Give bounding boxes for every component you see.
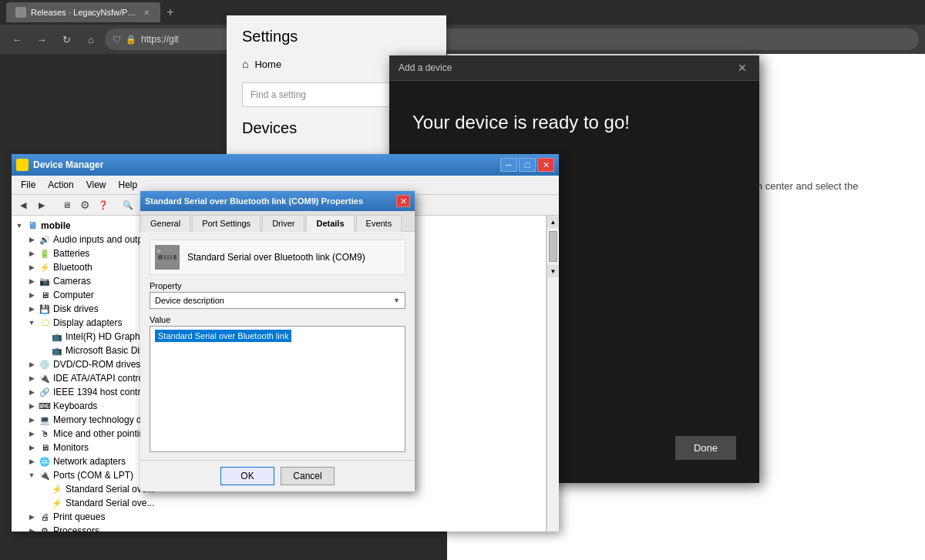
browser-tab-active[interactable]: Releases · LegacyNsfw/PcmHa... ✕ (6, 2, 160, 22)
tree-icon-computer: 🖥 (39, 289, 51, 301)
toolbar-sep (52, 196, 56, 213)
add-device-close-button[interactable]: ✕ (735, 60, 750, 75)
toolbar-computer[interactable]: 🖥 (58, 196, 75, 213)
tree-icon-print: 🖨 (39, 511, 51, 523)
scroll-up-button[interactable]: ▲ (547, 216, 559, 228)
tree-label-keyboards: Keyboards (53, 401, 97, 411)
property-dropdown[interactable]: Device description ▼ (150, 292, 405, 309)
tab-events[interactable]: Events (356, 215, 402, 232)
properties-close-button[interactable]: ✕ (396, 195, 410, 207)
value-box[interactable]: Standard Serial over Bluetooth link (150, 326, 405, 452)
device-manager-scrollbar[interactable]: ▲ ▼ (547, 216, 559, 531)
svg-rect-2 (164, 255, 166, 260)
property-dropdown-value: Device description (155, 296, 224, 305)
minimize-button[interactable]: ─ (500, 158, 517, 172)
properties-dialog-title: Standard Serial over Bluetooth link (COM… (145, 196, 363, 206)
find-setting-placeholder: Find a setting (251, 89, 306, 100)
device-header: Standard Serial over Bluetooth link (COM… (150, 240, 405, 275)
refresh-button[interactable]: ↻ (56, 29, 77, 50)
toolbar-help[interactable]: ❓ (95, 196, 112, 213)
svg-rect-1 (158, 255, 163, 260)
tree-icon-disk: 💾 (39, 303, 51, 315)
tree-label-batteries: Batteries (53, 248, 89, 259)
tree-expand-root[interactable]: ▼ (15, 221, 24, 230)
tree-label-audio: Audio inputs and outp... (53, 234, 150, 245)
tree-label-cameras: Cameras (53, 276, 91, 287)
properties-footer: OK Cancel (140, 460, 415, 491)
menu-file[interactable]: File (15, 177, 42, 193)
tree-icon-ieee: 🔗 (39, 386, 51, 398)
toolbar-scan[interactable]: 🔍 (119, 196, 136, 213)
tree-icon-ports: 🔌 (39, 469, 51, 481)
menu-help[interactable]: Help (113, 177, 144, 193)
tree-icon-intel: 📺 (51, 330, 63, 343)
home-button[interactable]: ⌂ (80, 29, 102, 50)
tab-close-button[interactable]: ✕ (142, 7, 151, 18)
toolbar-forward[interactable]: ▶ (33, 196, 50, 213)
toolbar-back[interactable]: ◀ (15, 196, 32, 213)
tree-icon-root: 🖥 (26, 220, 39, 232)
tab-general[interactable]: General (140, 215, 190, 232)
svg-rect-6 (157, 250, 160, 253)
browser-toolbar: ← → ↻ ⌂ 🛡 🔒 https://git (0, 25, 925, 54)
scroll-thumb[interactable] (549, 231, 557, 262)
add-device-titlebar: Add a device ✕ (389, 55, 759, 81)
close-button[interactable]: ✕ (537, 158, 554, 172)
tree-expand-ports[interactable]: ▼ (27, 471, 36, 480)
new-tab-button[interactable]: + (160, 2, 180, 22)
lock-icon: 🔒 (126, 35, 136, 45)
tree-label-root: mobile (41, 220, 71, 231)
tree-icon-processors: ⚙ (39, 525, 51, 531)
tree-icon-network: 🌐 (39, 455, 51, 468)
tree-label-mice: Mice and other pointin... (53, 428, 152, 439)
svg-rect-5 (173, 255, 177, 260)
tree-label-processors: Processors (53, 525, 99, 531)
tree-label-memory: Memory technology de... (53, 414, 154, 425)
device-svg-icon (156, 250, 178, 265)
add-device-dialog-title: Add a device (399, 62, 452, 73)
maximize-button[interactable]: □ (519, 158, 536, 172)
tree-icon-audio: 🔊 (39, 233, 51, 246)
scroll-track (547, 231, 559, 262)
device-icon (155, 245, 180, 270)
tree-label-display: Display adapters (53, 317, 122, 328)
ok-button[interactable]: OK (220, 467, 274, 485)
tree-item-print[interactable]: ▶ 🖨 Print queues (12, 510, 546, 524)
tree-icon-mice: 🖱 (39, 428, 51, 440)
menu-view[interactable]: View (80, 177, 113, 193)
forward-button[interactable]: → (31, 29, 52, 50)
tree-label-print: Print queues (53, 511, 105, 522)
tree-label-serial2: Standard Serial ove... (66, 498, 154, 508)
tree-icon-serial2: ⚡ (51, 497, 63, 509)
value-section: Value Standard Serial over Bluetooth lin… (150, 315, 405, 452)
tab-details[interactable]: Details (306, 215, 354, 232)
tree-expand-display[interactable]: ▼ (27, 318, 36, 327)
menu-action[interactable]: Action (42, 177, 79, 193)
tab-port-settings[interactable]: Port Settings (192, 215, 261, 232)
tree-icon-bluetooth: ⚡ (39, 261, 51, 273)
property-label: Property (150, 281, 405, 290)
properties-titlebar: Standard Serial over Bluetooth link (COM… (140, 191, 415, 211)
address-text: https://git (141, 34, 179, 45)
tab-label: Releases · LegacyNsfw/PcmHa... (31, 8, 137, 17)
tree-item-processors[interactable]: ▶ ⚙ Processors (12, 524, 546, 531)
scroll-down-button[interactable]: ▼ (547, 265, 559, 277)
device-manager-icon (16, 159, 29, 171)
tab-driver[interactable]: Driver (262, 215, 304, 232)
tree-label-network: Network adapters (53, 456, 126, 467)
settings-title: Settings (227, 15, 446, 52)
tree-icon-serial1: ⚡ (51, 483, 63, 495)
tab-favicon (15, 7, 26, 18)
tree-label-monitors: Monitors (53, 442, 89, 453)
done-button[interactable]: Done (675, 436, 736, 460)
toolbar-settings[interactable]: ⚙ (76, 196, 93, 213)
cancel-button[interactable]: Cancel (281, 467, 335, 485)
tree-icon-batteries: 🔋 (39, 247, 51, 260)
property-section: Property Device description ▼ (150, 281, 405, 309)
window-buttons: ─ □ ✕ (500, 158, 554, 172)
properties-tabs: General Port Settings Driver Details Eve… (140, 211, 415, 232)
properties-dialog: Standard Serial over Bluetooth link (COM… (140, 191, 415, 491)
back-button[interactable]: ← (6, 29, 28, 50)
tree-item-serial2[interactable]: ⚡ Standard Serial ove... (12, 496, 546, 510)
device-manager-titlebar: Device Manager ─ □ ✕ (12, 154, 559, 176)
